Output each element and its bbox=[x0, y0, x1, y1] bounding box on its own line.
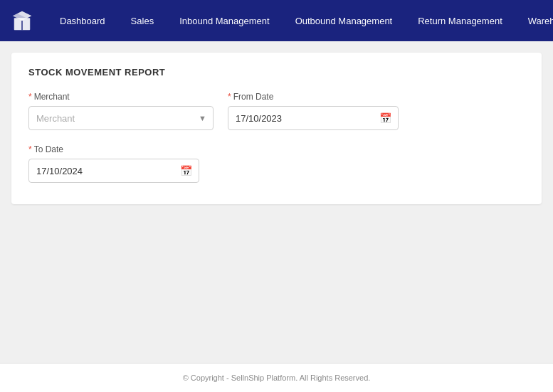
from-date-label: * From Date bbox=[228, 92, 399, 102]
report-card: STOCK MOVEMENT REPORT * Merchant Merchan… bbox=[11, 53, 542, 204]
footer-text: © Copyright - SellnShip Platform. All Ri… bbox=[183, 374, 371, 382]
nav-item-outbound-management[interactable]: Outbound Management bbox=[283, 0, 406, 41]
to-date-required: * bbox=[28, 144, 32, 154]
merchant-required: * bbox=[28, 92, 32, 102]
page-title: STOCK MOVEMENT REPORT bbox=[28, 67, 525, 78]
form-row: * Merchant Merchant ▼ * From Date bbox=[28, 92, 525, 183]
app-logo bbox=[9, 5, 36, 36]
merchant-label: * Merchant bbox=[28, 92, 214, 102]
nav-item-dashboard[interactable]: Dashboard bbox=[47, 0, 118, 41]
from-date-input[interactable] bbox=[228, 106, 399, 130]
to-date-input[interactable] bbox=[28, 159, 199, 183]
main-content: STOCK MOVEMENT REPORT * Merchant Merchan… bbox=[0, 41, 553, 363]
nav-item-return-management[interactable]: Return Management bbox=[405, 0, 515, 41]
nav-item-inbound-management[interactable]: Inbound Management bbox=[167, 0, 282, 41]
merchant-select[interactable]: Merchant bbox=[28, 106, 214, 130]
nav-item-sales[interactable]: Sales bbox=[118, 0, 167, 41]
merchant-group: * Merchant Merchant ▼ bbox=[28, 92, 214, 130]
to-date-label: * To Date bbox=[28, 144, 199, 154]
nav-item-warehouse-manager[interactable]: Warehouse Manager bbox=[515, 0, 553, 41]
from-date-required: * bbox=[228, 92, 231, 102]
from-date-wrapper: 📅 bbox=[228, 106, 399, 130]
footer: © Copyright - SellnShip Platform. All Ri… bbox=[0, 363, 553, 392]
to-date-group: * To Date 📅 bbox=[28, 144, 199, 183]
merchant-select-wrapper: Merchant ▼ bbox=[28, 106, 214, 130]
to-date-wrapper: 📅 bbox=[28, 159, 199, 183]
nav-links: Dashboard Sales Inbound Management Outbo… bbox=[47, 0, 553, 41]
from-date-group: * From Date 📅 bbox=[228, 92, 399, 130]
navbar: Dashboard Sales Inbound Management Outbo… bbox=[0, 0, 553, 41]
